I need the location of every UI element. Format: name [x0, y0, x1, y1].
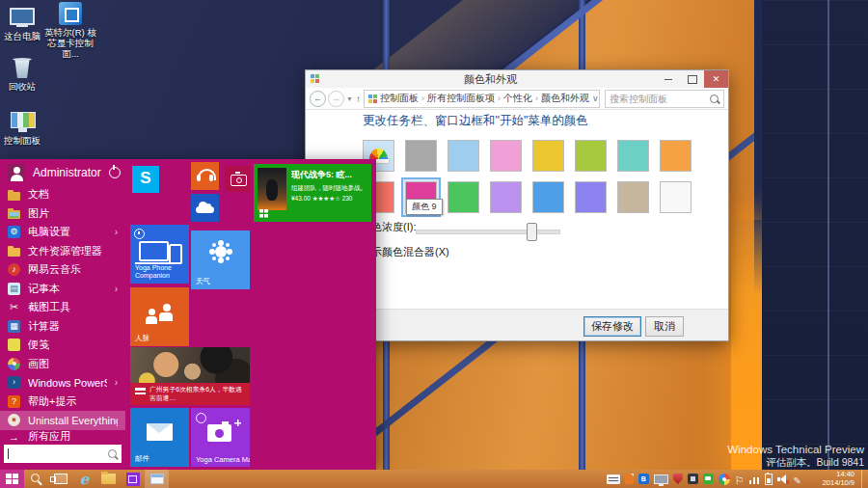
- battery-icon[interactable]: [765, 474, 773, 485]
- show-desktop-button[interactable]: [861, 470, 866, 488]
- windows-logo-icon: [6, 474, 18, 485]
- start-menu-item[interactable]: ?帮助+提示: [0, 393, 125, 412]
- maximize-button[interactable]: [680, 70, 704, 88]
- display-tray-icon[interactable]: [654, 474, 668, 484]
- color-swatch-tan[interactable]: [613, 177, 653, 217]
- breadcrumb-segment[interactable]: 所有控制面板项: [427, 92, 495, 105]
- forward-button[interactable]: →: [328, 91, 344, 107]
- tile-people[interactable]: 人脉: [130, 287, 189, 346]
- document-tray-icon[interactable]: [625, 474, 634, 484]
- intel-graphics-shortcut[interactable]: 英特尔(R) 核芯显卡控制面...: [42, 2, 98, 59]
- ie-taskbar-button[interactable]: [72, 470, 96, 488]
- start-menu-item[interactable]: 文件资源管理器: [0, 242, 125, 261]
- color-swatch-lime-green[interactable]: [571, 136, 610, 176]
- search-button[interactable]: [24, 470, 48, 488]
- start-menu-item[interactable]: ●Uninstall Everything: [0, 411, 125, 430]
- history-dropdown-icon[interactable]: ▼: [346, 95, 353, 102]
- up-button[interactable]: ↑: [356, 94, 361, 104]
- messenger-tray-icon[interactable]: [703, 474, 714, 484]
- breadcrumb-segment[interactable]: 控制面板: [380, 92, 419, 105]
- dark-app-tray-icon[interactable]: [688, 474, 698, 484]
- tile-onedrive[interactable]: [191, 194, 219, 222]
- tile-skype[interactable]: [132, 166, 159, 193]
- start-menu-item[interactable]: 便笺: [0, 336, 125, 355]
- this-pc-shortcut[interactable]: 这台电脑: [0, 6, 44, 41]
- recycle-bin-shortcut[interactable]: 回收站: [0, 56, 44, 92]
- color-swatch-white[interactable]: [656, 177, 695, 217]
- breadcrumb[interactable]: 控制面板›所有控制面板项›个性化›颜色和外观 ∨ ↻: [364, 90, 600, 108]
- breadcrumb-segment[interactable]: 个性化: [503, 92, 532, 105]
- task-view-button[interactable]: [48, 470, 72, 488]
- close-button[interactable]: [704, 70, 728, 88]
- start-menu-item[interactable]: 文档: [0, 185, 125, 204]
- cancel-button[interactable]: 取消: [645, 316, 684, 337]
- calculator-icon: ▦: [8, 320, 20, 333]
- tile-music[interactable]: [191, 162, 219, 190]
- color-swatch-gold[interactable]: [529, 136, 568, 176]
- color-swatch-violet[interactable]: [571, 177, 610, 217]
- intensity-slider-thumb[interactable]: [527, 223, 537, 241]
- action-center-flag-icon[interactable]: [735, 471, 745, 488]
- all-apps-button[interactable]: → 所有应用: [0, 429, 125, 444]
- ie-icon: [80, 471, 90, 488]
- swatch-color: [660, 140, 692, 172]
- start-menu-item[interactable]: 画图: [0, 355, 125, 374]
- minimize-button[interactable]: [656, 70, 680, 88]
- user-account-row[interactable]: Administrator: [0, 162, 125, 182]
- volume-muted-icon[interactable]: [777, 474, 789, 484]
- control-panel-shortcut[interactable]: 控制面板: [0, 110, 44, 146]
- start-menu-item[interactable]: ›Windows PowerShell›: [0, 373, 125, 393]
- bluetooth-icon[interactable]: [638, 474, 649, 484]
- start-menu-item[interactable]: ✂截图工具: [0, 298, 125, 317]
- taskbar-clock[interactable]: 14:40 2014/10/9: [808, 471, 854, 487]
- control-panel-window-taskbar-button[interactable]: [145, 470, 169, 488]
- start-menu-item[interactable]: ▦计算器: [0, 317, 125, 337]
- start-menu-item-label: 电脑设置: [28, 225, 70, 239]
- color-swatch-blue[interactable]: [529, 177, 568, 217]
- pen-input-icon[interactable]: [794, 471, 801, 488]
- camera-icon: [231, 175, 247, 186]
- submenu-chevron-icon: ›: [115, 284, 118, 294]
- store-app-taskbar-button[interactable]: [121, 470, 145, 488]
- power-button[interactable]: [109, 167, 121, 178]
- breadcrumb-segment[interactable]: 颜色和外观: [541, 92, 589, 105]
- start-menu: Administrator 文档图片⚙电脑设置›文件资源管理器♪网易云音乐▤记事…: [0, 159, 376, 470]
- start-search-input[interactable]: [9, 448, 108, 460]
- security-shield-icon[interactable]: [673, 474, 683, 484]
- game-title: 现代战争5: 眩...: [291, 169, 368, 181]
- save-changes-button[interactable]: 保存修改: [583, 316, 641, 337]
- start-button[interactable]: [0, 470, 24, 488]
- color-swatch-turquoise[interactable]: [613, 136, 653, 176]
- tile-news[interactable]: 广州男子6次相亲杀6人，半数遇害前遭…: [130, 347, 250, 405]
- address-dropdown-icon[interactable]: ∨: [592, 94, 599, 103]
- color-swatch-sky-blue[interactable]: [444, 136, 483, 176]
- start-menu-item[interactable]: ♪网易云音乐: [0, 260, 125, 280]
- intensity-slider-track[interactable]: [416, 230, 560, 234]
- tile-yoga-phone-companion[interactable]: Yoga Phone Companion: [130, 225, 189, 284]
- search-icon: [108, 449, 117, 458]
- search-input[interactable]: [606, 94, 710, 104]
- color-swatch-gray[interactable]: [401, 136, 441, 176]
- tile-weather[interactable]: 天气: [191, 230, 250, 289]
- this-pc-icon: [8, 6, 37, 30]
- color-swatch-pink[interactable]: [486, 136, 526, 176]
- tile-mail[interactable]: 邮件: [130, 408, 189, 467]
- color-swatch-lavender[interactable]: [486, 177, 526, 217]
- window-titlebar[interactable]: 颜色和外观: [306, 70, 728, 88]
- color-swatch-orange[interactable]: [656, 136, 695, 176]
- browser-tray-icon[interactable]: [719, 474, 730, 485]
- start-menu-item[interactable]: 图片: [0, 204, 125, 224]
- search-icon[interactable]: [710, 95, 719, 103]
- back-button[interactable]: ←: [310, 91, 326, 107]
- tile-yoga-camera-man[interactable]: Yoga Camera Man: [191, 408, 250, 467]
- ime-indicator-icon[interactable]: [607, 474, 620, 484]
- tile-store-game[interactable]: 现代战争5: 眩... 组建团队，随时随地参战。 ¥43.00 ★★★★☆ 23…: [254, 164, 371, 222]
- desktop-icon-label: 回收站: [0, 81, 44, 92]
- network-signal-icon[interactable]: [749, 474, 760, 484]
- submenu-chevron-icon: ›: [115, 377, 118, 388]
- color-swatch-green[interactable]: [444, 177, 483, 217]
- start-menu-item[interactable]: ▤记事本›: [0, 280, 125, 299]
- start-menu-item[interactable]: ⚙电脑设置›: [0, 223, 125, 242]
- tile-camera[interactable]: [225, 166, 251, 192]
- file-explorer-taskbar-button[interactable]: [96, 470, 121, 488]
